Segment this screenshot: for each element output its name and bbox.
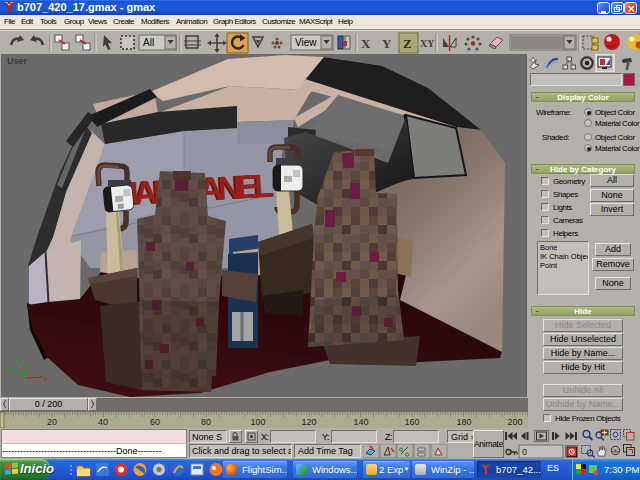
svg-text:User: User: [7, 56, 28, 66]
svg-text:XY: XY: [420, 38, 435, 49]
svg-text:40: 40: [98, 417, 108, 427]
svg-text:20: 20: [47, 417, 57, 427]
svg-text:X: X: [361, 36, 371, 51]
svg-text:All: All: [143, 37, 154, 48]
svg-text:160: 160: [404, 417, 419, 427]
svg-text:120: 120: [301, 417, 316, 427]
svg-text:200: 200: [507, 417, 522, 427]
svg-text:180: 180: [456, 417, 471, 427]
svg-text:x: x: [44, 374, 48, 383]
svg-text:100: 100: [250, 417, 265, 427]
svg-text:80: 80: [201, 417, 211, 427]
svg-text:z: z: [16, 356, 20, 365]
svg-text:140: 140: [353, 417, 368, 427]
svg-text:y: y: [7, 365, 11, 374]
svg-text:0: 0: [522, 447, 527, 457]
svg-text:60: 60: [150, 417, 160, 427]
svg-text:View: View: [295, 37, 317, 48]
svg-text:Z: Z: [403, 36, 412, 51]
svg-text:Y: Y: [382, 36, 392, 51]
